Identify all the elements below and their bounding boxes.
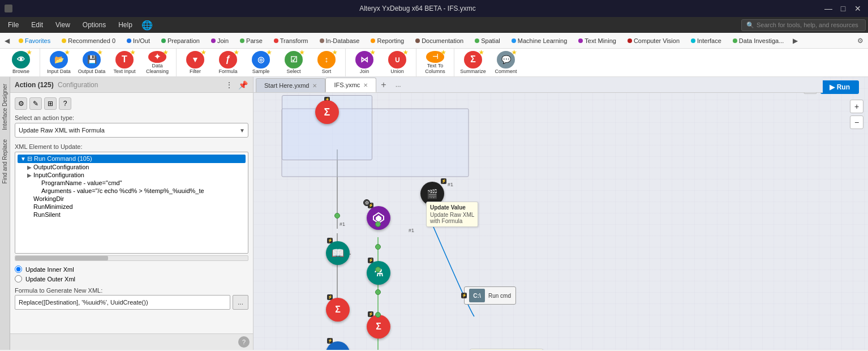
tree-run-minimized[interactable]: RunMinimized bbox=[18, 203, 246, 211]
union-label: Union bbox=[390, 69, 404, 75]
summarize-node-bottom[interactable]: ⚡ Σ bbox=[367, 315, 390, 339]
fav-item-textmining[interactable]: Text Mining bbox=[574, 36, 621, 46]
panel-subtitle: Configuration bbox=[58, 81, 98, 89]
fav-item-datainvestigation[interactable]: Data Investiga... bbox=[728, 36, 789, 46]
panel-pin-button[interactable]: 📌 bbox=[237, 79, 248, 91]
fav-item-documentation[interactable]: Documentation bbox=[411, 36, 468, 46]
flask-node[interactable]: ⚡ ⚗ bbox=[367, 261, 390, 285]
menu-help[interactable]: Help bbox=[113, 19, 138, 31]
comment-tool-button[interactable]: 💬 ★ Comment bbox=[489, 50, 522, 76]
browse-star: ★ bbox=[27, 49, 32, 55]
fav-item-machinelearning[interactable]: Machine Learning bbox=[507, 36, 571, 46]
menu-edit[interactable]: Edit bbox=[25, 19, 49, 31]
fav-prev-btn[interactable]: ◀ bbox=[2, 36, 12, 46]
summarize-node-mid[interactable]: ⚡ Σ bbox=[326, 298, 350, 322]
fav-next-btn[interactable]: ▶ bbox=[790, 36, 800, 46]
tree-program-name[interactable]: ProgramName - value="cmd" bbox=[18, 179, 246, 187]
fav-item-join[interactable]: Join bbox=[207, 36, 233, 46]
formula-text-input[interactable] bbox=[15, 295, 230, 310]
tree-run-command[interactable]: ▼ ⊟ Run Command (105) bbox=[18, 155, 246, 163]
fav-item-transform[interactable]: Transform bbox=[269, 36, 313, 46]
tab-ifs-close[interactable]: ✕ bbox=[363, 82, 368, 88]
update-outer-xml-option[interactable]: Update Outer Xml bbox=[15, 275, 248, 282]
data-cleansing-tool-button[interactable]: ✦ ★ Data Cleansing bbox=[141, 50, 174, 76]
select-tool-button[interactable]: ☑ ★ Select bbox=[277, 50, 310, 76]
action-type-select[interactable]: Update Raw XML with Formula ▼ bbox=[15, 123, 248, 138]
menu-file[interactable]: File bbox=[2, 19, 24, 31]
formula-label: Formula bbox=[218, 69, 237, 75]
summarize-tool-button[interactable]: Σ ★ Summarize bbox=[457, 50, 489, 76]
fav-item-parse[interactable]: Parse bbox=[235, 36, 267, 46]
menu-view[interactable]: View bbox=[50, 19, 76, 31]
fav-item-favorites[interactable]: Favorites bbox=[14, 36, 55, 46]
fav-settings-btn[interactable]: ⚙ bbox=[855, 36, 866, 46]
zoom-in-button[interactable]: + bbox=[850, 100, 863, 113]
parse-dot bbox=[240, 38, 244, 43]
run-button[interactable]: ▶ Run bbox=[820, 80, 859, 94]
output-data-tool-button[interactable]: 💾 ★ Output Data bbox=[75, 50, 108, 76]
fav-item-preparation[interactable]: Preparation bbox=[157, 36, 204, 46]
panel-help-icon[interactable]: ? bbox=[59, 97, 71, 110]
tree-arguments[interactable]: Arguments - value="/c echo %cd% > %temp%… bbox=[18, 187, 246, 195]
browse-tool-button[interactable]: 👁 ★ Browse bbox=[5, 50, 37, 76]
select-star: ★ bbox=[299, 49, 304, 55]
fav-recommended-label: Recommended 0 bbox=[68, 37, 115, 44]
panel-menu-button[interactable]: ⋮ bbox=[224, 79, 235, 91]
fav-item-inout[interactable]: In/Out bbox=[122, 36, 154, 46]
tab-start-here[interactable]: Start Here.yxmd ✕ bbox=[256, 78, 325, 92]
panel-annotation-icon[interactable]: ✎ bbox=[29, 97, 42, 110]
tab-add-button[interactable]: + bbox=[376, 78, 390, 92]
menu-options[interactable]: Options bbox=[77, 19, 111, 31]
inner-xml-radio[interactable] bbox=[15, 266, 22, 273]
outer-xml-radio[interactable] bbox=[15, 275, 22, 282]
summarize-node-top[interactable]: ⚡ Σ bbox=[315, 100, 339, 124]
fav-item-computervision[interactable]: Computer Vision bbox=[623, 36, 684, 46]
join-tool-button[interactable]: ⋈ ★ Join bbox=[348, 50, 381, 76]
panel-gear-icon[interactable]: ⚙ bbox=[15, 97, 27, 110]
union-tool-button[interactable]: ∪ ★ Union bbox=[381, 50, 414, 76]
tab-more-button[interactable]: ··· bbox=[391, 80, 406, 92]
close-button[interactable]: ✕ bbox=[852, 3, 863, 14]
fav-item-indatabase[interactable]: In-Database bbox=[315, 36, 364, 46]
tree-output-config[interactable]: ▶ OutputConfiguration bbox=[18, 163, 246, 171]
summarize-icon-top[interactable]: Σ bbox=[315, 100, 339, 124]
inout-dot bbox=[127, 38, 131, 43]
input-data-tool-button[interactable]: 📂 ★ Input Data bbox=[42, 50, 75, 76]
fav-item-reporting[interactable]: Reporting bbox=[366, 36, 409, 46]
fav-item-spatial[interactable]: Spatial bbox=[470, 36, 505, 46]
canvas[interactable]: 🕐 ▶ Run Start Here.yxmd ✕ IFS.yxmc ✕ + ·… bbox=[253, 77, 868, 350]
tree-working-dir[interactable]: WorkingDir bbox=[18, 195, 246, 203]
output-star: ★ bbox=[97, 49, 102, 55]
checkmark-node[interactable]: ⚡ ✓ bbox=[326, 341, 350, 350]
toolbar-section-summarize: Σ ★ Summarize 💬 ★ Comment bbox=[454, 49, 525, 76]
run-label: Run bbox=[837, 83, 850, 91]
maximize-button[interactable]: □ bbox=[837, 3, 849, 14]
filter-tool-button[interactable]: ▼ ★ Filter bbox=[179, 50, 212, 76]
sample-tool-button[interactable]: ◎ ★ Sample bbox=[244, 50, 277, 76]
fav-item-recommended[interactable]: Recommended 0 bbox=[57, 36, 120, 46]
union-glyph: ∪ bbox=[394, 55, 400, 64]
zoom-out-button[interactable]: − bbox=[850, 115, 863, 129]
formula-tool-button[interactable]: ƒ ★ Formula bbox=[212, 50, 244, 76]
tree-output-expand-icon: ▶ bbox=[25, 164, 33, 170]
menu-bar: File Edit View Options Help 🌐 🔍 Search f… bbox=[0, 17, 868, 33]
text-to-columns-tool-button[interactable]: ⊣ ★ Text To Columns bbox=[419, 50, 452, 76]
update-inner-xml-option[interactable]: Update Inner Xml bbox=[15, 266, 248, 273]
interface-designer-label[interactable]: Interface Designer bbox=[1, 79, 9, 135]
panel-meta-icon[interactable]: ⊞ bbox=[44, 97, 57, 110]
tree-horizontal-scrollbar[interactable] bbox=[15, 255, 248, 261]
formula-ellipsis-button[interactable]: ... bbox=[233, 295, 248, 310]
sort-tool-button[interactable]: ↕ ★ Sort bbox=[310, 50, 343, 76]
panel-bottom-help-icon[interactable]: ? bbox=[238, 336, 250, 348]
tree-input-config[interactable]: ▶ InputConfiguration bbox=[18, 171, 246, 179]
fav-item-interface[interactable]: Interface bbox=[686, 36, 726, 46]
tab-start-here-close[interactable]: ✕ bbox=[312, 83, 317, 89]
text-input-tool-button[interactable]: T ★ Text Input bbox=[108, 50, 141, 76]
toolbar-section-filter: ▼ ★ Filter ƒ ★ Formula ◎ ★ Sample ☑ ★ Se… bbox=[177, 49, 346, 76]
tree-run-silent[interactable]: RunSilent bbox=[18, 211, 246, 219]
find-replace-label[interactable]: Find and Replace bbox=[1, 135, 9, 188]
search-box[interactable]: 🔍 Search for tools, help, and resources bbox=[741, 19, 866, 31]
book-node[interactable]: ⚡ 📖 bbox=[326, 241, 350, 265]
tab-ifs[interactable]: IFS.yxmc ✕ bbox=[325, 78, 376, 92]
minimize-button[interactable]: — bbox=[823, 3, 834, 14]
